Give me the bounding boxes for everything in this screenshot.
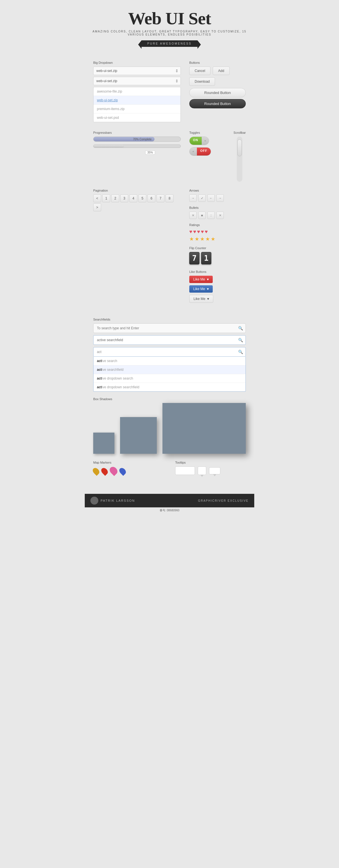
- search-item-1-rest: ive search: [102, 359, 117, 363]
- dropdown-item-2[interactable]: web-ui-set.zip: [93, 96, 180, 105]
- progress-bar-1-wrap: 70% Complete: [93, 136, 181, 142]
- heart-5[interactable]: ♥: [205, 229, 208, 235]
- dropdown-item-3[interactable]: premium-items.zip: [93, 105, 180, 114]
- buttons-label: Buttons: [189, 61, 246, 64]
- search-input-1[interactable]: [93, 323, 246, 333]
- search-item-3-highlight: act: [97, 376, 102, 380]
- bullet-x-btn[interactable]: ✕: [189, 212, 197, 219]
- download-button[interactable]: Download: [189, 77, 215, 86]
- flip-digit-1: 7: [189, 252, 199, 265]
- scrollbar-thumb[interactable]: [237, 140, 242, 156]
- map-markers-section: Map Markers: [93, 461, 164, 475]
- dropdown1-select[interactable]: web-ui-set.zip: [93, 67, 181, 75]
- page-subtitle: AMAZING COLORS, CLEAN LAYOUT, GREAT TYPO…: [90, 30, 249, 36]
- map-tooltips-section: Map Markers Tooltips: [93, 461, 246, 475]
- toggle-off[interactable]: ▪ OFF: [189, 147, 211, 156]
- bullet-square-btn[interactable]: ■: [198, 212, 206, 219]
- dropdown-item-1[interactable]: awesome-file.zip: [93, 87, 180, 96]
- star-4[interactable]: ★: [205, 236, 210, 242]
- banner-wrap: PURE AWESOMENESS: [90, 36, 249, 50]
- bullets-label: Bullets: [189, 206, 246, 209]
- pagination-controls: < 1 2 3 4 5 6 7 8 >: [93, 194, 181, 211]
- tooltip-speech-1: [198, 466, 206, 475]
- heart-3[interactable]: ♥: [197, 229, 200, 235]
- search-dropdown-item-3[interactable]: active dropdown search: [93, 374, 246, 383]
- pagination-page-5[interactable]: 5: [138, 194, 146, 202]
- progress-thumb-wrap: 35%: [93, 150, 181, 155]
- main-content: Big Dropdown web-ui-set.zip ⇕ web-ui-set…: [85, 55, 254, 494]
- progressbars-section: Progressbars 70% Complete 35%: [93, 131, 181, 182]
- search-input-2[interactable]: [93, 335, 246, 345]
- pagination-prev[interactable]: <: [93, 194, 101, 202]
- search-item-2-highlight: act: [97, 368, 102, 372]
- pagination-page-8[interactable]: 8: [166, 194, 173, 202]
- pagination-page-3[interactable]: 3: [120, 194, 128, 202]
- big-dropdown-section: Big Dropdown web-ui-set.zip ⇕ web-ui-set…: [93, 61, 181, 124]
- footer-brand: GRAPHICRIVER EXCLUSIVE: [198, 499, 249, 502]
- tooltip-examples: [175, 466, 246, 475]
- dropdown1-wrap[interactable]: web-ui-set.zip ⇕: [93, 67, 181, 75]
- search-input-3[interactable]: [93, 347, 246, 357]
- pagination-next[interactable]: >: [93, 204, 101, 211]
- heart-4[interactable]: ♥: [201, 229, 204, 235]
- like-buttons-section: Like Buttons Like Me ♥ Like Me ♥ Like Me: [189, 270, 246, 305]
- box-shadows-label: Box Shadows: [93, 397, 246, 401]
- rounded-dark-button[interactable]: Rounded Button: [189, 99, 246, 108]
- like-btn-red-wrap: Like Me ♥: [189, 276, 246, 285]
- marker-red-pin: [100, 467, 109, 476]
- dropdown-item-4[interactable]: web-ui-set.psd: [93, 114, 180, 122]
- search-dropdown-item-1[interactable]: active search: [93, 357, 246, 365]
- pagination-page-1[interactable]: 1: [102, 194, 110, 202]
- dropdown2-wrap[interactable]: web-ui-set.zip ⇕: [93, 77, 181, 85]
- like-btn-blue-wrap: Like Me ♥: [189, 285, 246, 295]
- pagination-page-4[interactable]: 4: [130, 194, 137, 202]
- marker-gold: [93, 468, 99, 475]
- pagination-page-7[interactable]: 7: [157, 194, 164, 202]
- footer-left: PATRIK LARSSON: [90, 497, 135, 504]
- marker-blue-pin: [118, 467, 128, 476]
- pagination-page-2[interactable]: 2: [111, 194, 119, 202]
- tooltips-section: Tooltips: [175, 461, 246, 475]
- bullets-row: ✕ ■ :: ✕: [189, 212, 246, 219]
- like-btn-blue-text: Like Me: [193, 287, 205, 291]
- bullet-grid-btn[interactable]: ::: [207, 212, 215, 219]
- rounded-light-button[interactable]: Rounded Button: [189, 88, 246, 97]
- star-1[interactable]: ★: [189, 236, 194, 242]
- search-1-wrap: 🔍: [93, 323, 246, 333]
- search-icon-1: 🔍: [238, 326, 243, 331]
- progress-bar-1-inner: 70% Complete: [93, 137, 154, 142]
- heart-1[interactable]: ♥: [189, 229, 192, 235]
- search-dropdown-item-4[interactable]: active dropdown searchfield: [93, 383, 246, 392]
- toggles-label: Toggles: [189, 131, 228, 134]
- add-button[interactable]: Add: [213, 67, 229, 75]
- toggles-scrollbar-row: Toggles ON ▪ ▪ OFF S: [189, 131, 246, 182]
- marker-red: [102, 468, 107, 475]
- arrow-check-btn[interactable]: ✓: [198, 194, 206, 202]
- marker-pink-pin: [108, 465, 119, 476]
- scrollbar-track[interactable]: [237, 136, 243, 182]
- star-2[interactable]: ★: [195, 236, 199, 242]
- like-btn-red[interactable]: Like Me ♥: [189, 276, 213, 283]
- search-dropdown-item-2[interactable]: active searchfield: [93, 365, 246, 374]
- like-btn-blue[interactable]: Like Me ♥: [189, 285, 213, 292]
- pagination-page-6[interactable]: 6: [147, 194, 156, 202]
- progress-bar-2-outer: [93, 145, 181, 148]
- star-5[interactable]: ★: [211, 236, 215, 242]
- star-3[interactable]: ★: [200, 236, 204, 242]
- toggle-on[interactable]: ON ▪: [189, 136, 209, 145]
- buttons-section: Buttons Cancel Add Download Rounded Butt…: [189, 61, 246, 124]
- search-item-4-highlight: act: [97, 385, 102, 389]
- like-btn-white[interactable]: Like Me ♥: [189, 295, 213, 303]
- bullet-x2-btn[interactable]: ✕: [217, 212, 224, 219]
- arrow-right-btn[interactable]: →: [189, 194, 197, 202]
- arrow-right2-btn[interactable]: →: [217, 194, 224, 202]
- toggle-on-handle: ▪: [202, 137, 209, 145]
- arrow-left-btn[interactable]: ←: [207, 194, 215, 202]
- heart-2[interactable]: ♥: [193, 229, 196, 235]
- toggle-on-wrap: ON ▪: [189, 136, 228, 145]
- cancel-button[interactable]: Cancel: [189, 67, 210, 75]
- scrollbar-label: Scrollbar: [234, 131, 246, 134]
- search-2-wrap: 🔍: [93, 335, 246, 345]
- dropdown2-select[interactable]: web-ui-set.zip: [93, 77, 181, 85]
- arrows-row: → ✓ ← →: [189, 194, 246, 202]
